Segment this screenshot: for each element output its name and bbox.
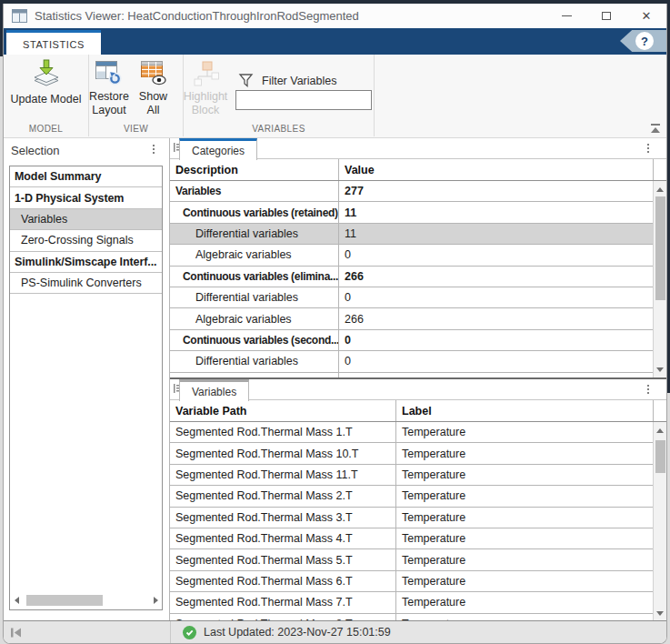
categories-row[interactable]: Algebraic variables0	[170, 245, 653, 266]
filter-variables-input[interactable]	[235, 90, 372, 110]
column-header-scroll-spacer	[653, 159, 666, 180]
categories-row[interactable]: Algebraic variables266	[170, 308, 653, 329]
categories-row[interactable]: Differential variables0	[170, 351, 653, 372]
right-area: Categories Description Value Variables27…	[170, 138, 666, 620]
show-all-icon	[139, 59, 168, 86]
group-label-model: MODEL	[4, 124, 88, 134]
maximize-icon	[602, 12, 611, 20]
filter-variables-label: Filter Variables	[262, 75, 336, 87]
variables-row[interactable]: Segmented Rod.Thermal Mass 1.TTemperatur…	[170, 422, 653, 443]
vscrollbar-thumb[interactable]	[655, 196, 665, 300]
statusbar: Last Updated: 2023-Nov-27 15:01:59	[4, 620, 666, 643]
categories-vscrollbar[interactable]	[653, 181, 666, 377]
update-model-icon	[30, 59, 63, 89]
group-separator	[374, 55, 375, 136]
close-icon: ✕	[642, 10, 652, 22]
filter-icon	[238, 73, 254, 88]
help-button[interactable]: ?	[620, 30, 666, 52]
selection-panel: Selection Model Summary1-D Physical Syst…	[4, 138, 170, 620]
variables-row[interactable]: Segmented Rod.Thermal Mass 11.TTemperatu…	[170, 465, 653, 486]
app-icon	[12, 9, 27, 23]
group-label-variables: VARIABLES	[184, 124, 374, 134]
column-header-scroll-spacer	[653, 400, 666, 421]
selection-list: Model Summary1-D Physical SystemVariable…	[9, 166, 163, 610]
selection-item[interactable]: PS-Simulink Converters	[10, 273, 162, 294]
statusbar-divider	[170, 621, 171, 643]
status-ok-icon	[183, 626, 196, 639]
help-icon: ?	[635, 32, 654, 50]
collapse-ribbon-button[interactable]	[648, 122, 663, 135]
selection-item[interactable]: 1-D Physical System	[10, 187, 162, 208]
tab-variables[interactable]: Variables	[179, 379, 249, 401]
variables-row[interactable]: Segmented Rod.Thermal Mass 10.TTemperatu…	[170, 443, 653, 464]
categories-tabbar: Categories	[170, 138, 666, 159]
update-model-button[interactable]: Update Model	[4, 59, 88, 106]
selection-item[interactable]: Simulink/Simscape Interf...	[10, 252, 162, 273]
categories-panel: Categories Description Value Variables27…	[170, 138, 666, 377]
categories-table-body: Variables277Continuous variables (retain…	[170, 181, 653, 377]
titlebar: Statistics Viewer: HeatConductionThrough…	[4, 4, 666, 28]
selection-item[interactable]: Zero-Crossing Signals	[10, 230, 162, 251]
scroll-right-arrow[interactable]	[150, 595, 161, 606]
categories-row[interactable]: Continuous variables (elimina...266	[170, 267, 653, 287]
variables-row[interactable]: Segmented Rod.Thermal Mass 3.TTemperatur…	[170, 508, 653, 528]
scroll-left-arrow[interactable]	[11, 595, 22, 606]
categories-table-header: Description Value	[170, 159, 666, 181]
variables-tabbar: Variables	[170, 379, 666, 400]
maximize-button[interactable]	[597, 7, 615, 25]
highlight-block-button[interactable]: Highlight Block	[173, 59, 238, 117]
ribbon-tabstrip: STATISTICS ?	[4, 28, 666, 55]
statusbar-text: Last Updated: 2023-Nov-27 15:01:59	[204, 626, 391, 639]
categories-row[interactable]: Continuous variables (second...0	[170, 330, 653, 351]
categories-row[interactable]: Continuous variables (retained)11	[170, 202, 653, 223]
variables-row[interactable]: Segmented Rod.Thermal Mass 5.TTemperatur…	[170, 549, 653, 570]
minimize-button[interactable]	[557, 7, 575, 25]
minimize-icon	[562, 15, 572, 16]
categories-row[interactable]: Differential variables0	[170, 287, 653, 308]
close-button[interactable]: ✕	[637, 7, 655, 25]
categories-row[interactable]: Variables277	[170, 181, 653, 202]
window-title: Statistics Viewer: HeatConductionThrough…	[35, 9, 359, 23]
selection-list-hscrollbar[interactable]	[11, 593, 161, 608]
tab-statistics[interactable]: STATISTICS	[6, 30, 101, 55]
selection-panel-menu[interactable]	[153, 145, 155, 154]
collapse-ribbon-icon	[648, 122, 663, 135]
scroll-down-arrow[interactable]	[654, 363, 666, 376]
ribbon-toolbar: Update Model MODEL Restore Layout	[4, 55, 666, 138]
categories-row[interactable]: Differential variables11	[170, 224, 653, 245]
main-area: Selection Model Summary1-D Physical Syst…	[4, 138, 666, 620]
hscrollbar-thumb[interactable]	[26, 595, 103, 606]
variables-vscrollbar[interactable]	[653, 422, 666, 621]
selection-item[interactable]: Variables	[10, 209, 162, 230]
restore-layout-icon	[95, 59, 124, 86]
vscrollbar-thumb[interactable]	[655, 440, 665, 473]
variables-panel: Variables Variable Path Label Segmented …	[170, 379, 666, 621]
selection-panel-header: Selection	[4, 138, 169, 163]
column-header-description[interactable]: Description	[170, 159, 339, 180]
variables-row[interactable]: Segmented Rod.Thermal Mass 6.TTemperatur…	[170, 571, 653, 592]
variables-row[interactable]: Segmented Rod.Thermal Mass 7.TTemperatur…	[170, 592, 653, 613]
selection-panel-title: Selection	[11, 144, 59, 157]
statistics-viewer-window: Statistics Viewer: HeatConductionThrough…	[3, 4, 667, 644]
column-header-label[interactable]: Label	[396, 400, 653, 421]
variables-row[interactable]: Segmented Rod.Thermal Mass 2.TTemperatur…	[170, 486, 653, 507]
tab-categories[interactable]: Categories	[179, 138, 257, 160]
restore-layout-button[interactable]: Restore Layout	[85, 59, 133, 117]
highlight-block-icon	[192, 59, 219, 86]
scroll-up-arrow[interactable]	[654, 424, 666, 437]
categories-panel-menu[interactable]	[647, 144, 649, 153]
scroll-up-arrow[interactable]	[654, 183, 666, 196]
variables-row[interactable]: Segmented Rod.Thermal Mass 4.TTemperatur…	[170, 528, 653, 549]
group-label-view: VIEW	[89, 124, 183, 134]
variables-panel-menu[interactable]	[647, 385, 649, 394]
scroll-down-arrow[interactable]	[654, 607, 666, 619]
variables-table-body: Segmented Rod.Thermal Mass 1.TTemperatur…	[170, 422, 653, 621]
column-header-variable-path[interactable]: Variable Path	[170, 400, 396, 421]
filter-variables-label-row: Filter Variables	[238, 73, 336, 88]
skip-to-start-icon[interactable]	[9, 627, 23, 639]
column-header-value[interactable]: Value	[339, 159, 653, 180]
variables-table-header: Variable Path Label	[170, 400, 666, 422]
selection-item[interactable]: Model Summary	[10, 166, 162, 187]
show-all-button[interactable]: Show All	[133, 59, 174, 117]
